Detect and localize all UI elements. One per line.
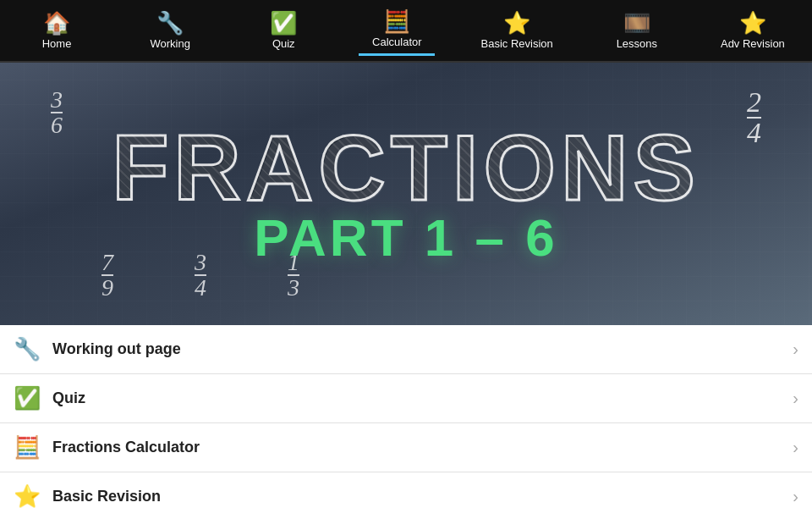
- adv-revision-star-icon: ⭐: [739, 12, 766, 34]
- basic-revision-star-icon: ⭐: [503, 12, 530, 34]
- working-out-label: Working out page: [52, 340, 793, 358]
- basic-revision-list-icon: ⭐: [14, 483, 41, 508]
- nav-adv-revision-label: Adv Revision: [721, 37, 785, 50]
- list-item-fractions-calc[interactable]: 🧮 Fractions Calculator ›: [0, 423, 812, 472]
- hero-banner: 3 6 2 4 7 9 3 4 1 3 FRACTIONS PART 1 – 6: [0, 63, 812, 325]
- nav-basic-revision-label: Basic Revision: [480, 37, 552, 50]
- basic-revision-label: Basic Revision: [52, 488, 793, 505]
- chevron-right-icon-4: ›: [793, 487, 798, 506]
- home-icon: 🏠: [43, 12, 70, 34]
- quiz-icon: ✅: [270, 12, 297, 34]
- hero-title: FRACTIONS: [0, 121, 812, 214]
- fractions-calc-icon: 🧮: [14, 434, 41, 461]
- menu-list: 🔧 Working out page › ✅ Quiz › 🧮 Fraction…: [0, 325, 812, 508]
- nav-quiz[interactable]: ✅ Quiz: [245, 7, 321, 55]
- quiz-label: Quiz: [52, 389, 793, 407]
- nav-working[interactable]: 🔧 Working: [132, 7, 208, 55]
- nav-home[interactable]: 🏠 Home: [19, 7, 95, 55]
- lessons-icon: 🎞️: [623, 12, 650, 34]
- quiz-list-icon: ✅: [14, 385, 41, 411]
- nav-basic-revision[interactable]: ⭐ Basic Revision: [472, 7, 561, 55]
- nav-working-label: Working: [150, 37, 189, 50]
- nav-quiz-label: Quiz: [272, 37, 295, 50]
- list-item-quiz[interactable]: ✅ Quiz ›: [0, 374, 812, 423]
- wrench-icon: 🔧: [156, 12, 184, 34]
- chevron-right-icon-3: ›: [793, 438, 798, 457]
- list-item-basic-revision[interactable]: ⭐ Basic Revision ›: [0, 472, 812, 508]
- fractions-calc-label: Fractions Calculator: [52, 439, 793, 456]
- working-out-icon: 🔧: [14, 336, 41, 362]
- nav-calculator[interactable]: 🧮 Calculator: [359, 5, 435, 56]
- nav-lessons-label: Lessons: [617, 37, 657, 50]
- chevron-right-icon: ›: [793, 340, 798, 359]
- nav-adv-revision[interactable]: ⭐ Adv Revision: [712, 7, 793, 55]
- top-navigation: 🏠 Home 🔧 Working ✅ Quiz 🧮 Calculator ⭐ B…: [0, 0, 812, 63]
- chevron-right-icon-2: ›: [793, 389, 798, 408]
- list-item-working-out[interactable]: 🔧 Working out page ›: [0, 325, 812, 374]
- nav-home-label: Home: [42, 37, 72, 50]
- nav-calculator-label: Calculator: [372, 36, 422, 48]
- hero-text-content: FRACTIONS PART 1 – 6: [0, 121, 812, 268]
- nav-lessons[interactable]: 🎞️ Lessons: [599, 7, 675, 55]
- calculator-icon: 🧮: [383, 10, 410, 32]
